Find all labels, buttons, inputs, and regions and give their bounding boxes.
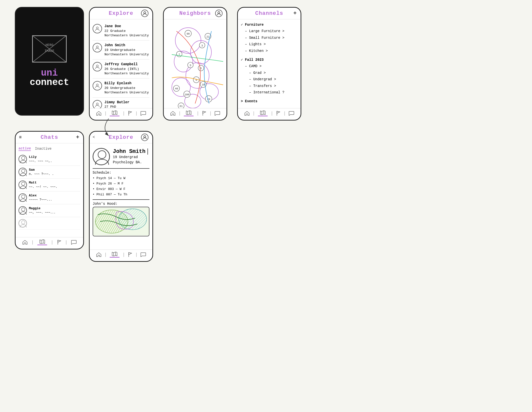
nav-home-1[interactable] [96,111,102,116]
schedule-title: Schedule: [93,171,149,175]
nav-flag-4[interactable] [57,240,61,245]
explore-list-title: Explore [109,10,133,17]
chats-tab-active[interactable]: active [19,146,31,151]
svg-text:IMAGE: IMAGE [44,49,54,53]
svg-text:5: 5 [190,64,191,67]
hero-screen: HERO IMAGE uni connect [15,7,84,116]
channel-large-furniture[interactable]: – Large Furniture > [241,28,298,34]
nav-map-3[interactable] [258,110,268,116]
channel-international[interactable]: – International ? [241,89,298,96]
chat-avatar-partial [19,219,27,227]
nav-home-4[interactable] [22,240,28,245]
hood-map-title: John's Hood: [93,202,149,206]
person-info-2: John Smith 19 Undergraduate Northeastern… [104,43,149,57]
hood-map-preview[interactable] [93,207,149,236]
person-info-3: Jeffrey Campbell 26 Graduate (INTL) Nort… [104,62,149,76]
nav-chat-5[interactable] [141,252,146,257]
person-avatar-5 [93,100,102,108]
channel-grad[interactable]: – Grad > [241,70,298,76]
chat-item-matt[interactable]: Matt ~~. ~~! ~~. ~~~. [19,179,80,191]
nav-chat-3[interactable] [289,111,294,116]
chat-avatar-sam [19,168,27,176]
hood-map-section: John's Hood: [93,202,149,236]
svg-point-56 [21,195,25,198]
nav-divider-10: | [31,240,34,245]
person-item-3[interactable]: Jeffrey Campbell 26 Graduate (INTL) Nort… [93,60,149,79]
nav-divider-4: | [178,111,181,116]
neighbors-map[interactable]: 90 21 3 7 5 5 9 40 10 20 100 61 [164,20,226,108]
menu-icon[interactable]: ≡ [19,135,22,140]
channel-events-header[interactable]: > Events [241,98,298,104]
neighbors-screen: Neighbors 90 [163,7,227,121]
svg-text:100: 100 [185,93,189,96]
channel-undergrad[interactable]: – Undergrad > [241,76,298,82]
chats-tab-inactive[interactable]: Inactive [35,147,51,151]
back-button[interactable]: < [93,135,95,140]
chats-add-button[interactable]: + [76,134,79,141]
chat-item-alex[interactable]: Alex ~~~~~ ?~~~... [19,191,80,204]
person-info-4: Billy Eyelash 20 Undergraduate Northeast… [104,81,149,95]
nav-map-active-indicator-1 [110,116,120,116]
nav-map-5[interactable] [110,252,120,258]
chat-item-partial[interactable] [19,217,80,230]
person-avatar-1 [93,24,102,33]
nav-map-1[interactable] [110,110,120,116]
chats-tabs: active Inactive [16,144,83,152]
profile-explore-title: Explore [109,134,133,141]
channel-camd[interactable]: – CAMD > [241,63,298,69]
nav-flag-2[interactable] [202,111,206,116]
chats-nav: | | | [16,237,83,249]
channel-small-furniture[interactable]: – Small Furniture > [241,35,298,41]
chat-item-sam[interactable]: Sam n. ~~~ ?~~~. . [19,166,80,179]
chat-item-maggie[interactable]: Maggie ~~, ~~~. ~~~... [19,204,80,217]
channel-kitchen[interactable]: – Kitchen > [241,48,298,54]
chat-item-lily[interactable]: Lily ~~~. ~~~ ~~,. [19,153,80,166]
nav-chat-4[interactable] [71,240,77,245]
channels-add-button[interactable]: + [293,10,297,17]
chat-avatar-maggie [19,206,27,215]
profile-person-header: John Smith 19 Undergrad Psychology BA. [93,145,149,169]
svg-text:HERO: HERO [45,43,53,47]
nav-home-2[interactable] [170,111,176,116]
channel-transfers[interactable]: – Transfers > [241,83,298,89]
explore-list-header: Explore [90,8,152,20]
chats-list: Lily ~~~. ~~~ ~~,. Sam n. ~~~ ?~~~. . Ma… [16,152,83,237]
person-avatar-3 [93,62,102,71]
chats-title: Chats [41,134,58,141]
hero-connect-text: connect [30,78,69,87]
nav-flag-5[interactable] [128,252,132,257]
nav-divider-1: | [104,111,107,116]
nav-flag-3[interactable] [276,111,281,116]
nav-flag-1[interactable] [128,111,132,116]
person-avatar-2 [93,43,102,52]
neighbors-profile-icon[interactable] [215,10,223,17]
nav-home-5[interactable] [96,252,102,257]
svg-point-55 [21,182,25,185]
nav-chat-1[interactable] [141,111,146,116]
channel-fall2023-header[interactable]: ✓ Fall 2023 [241,57,298,63]
nav-chat-2[interactable] [215,111,220,116]
channel-lights[interactable]: – Lights > [241,41,298,47]
svg-point-7 [96,65,98,67]
profile-icon[interactable] [141,10,148,17]
person-item-4[interactable]: Billy Eyelash 20 Undergraduate Northeast… [93,79,149,98]
profile-header: < Explore [90,132,152,144]
svg-point-6 [96,46,98,48]
nav-divider-15: | [135,252,138,257]
chat-avatar-matt [19,181,27,189]
svg-point-54 [21,169,25,173]
nav-home-3[interactable] [244,111,250,116]
profile-detail-icon[interactable] [141,134,148,141]
profile-detail-screen: < Explore John Smith 19 Undergrad Psycho… [89,131,153,262]
explore-list-nav: | | | [90,108,152,120]
chat-avatar-lily [19,155,27,163]
person-item-2[interactable]: John Smith 19 Undergraduate Northeastern… [93,41,149,60]
nav-map-2[interactable] [184,110,194,116]
person-item-1[interactable]: Jane Doe 22 Graduate Northeastern Univer… [93,21,149,41]
nav-divider-2: | [123,111,125,116]
nav-map-4[interactable] [37,239,47,245]
svg-point-13 [218,12,220,14]
person-info-5: Jimmy Butler 27 PhD Northeastern Univers… [104,100,149,108]
channel-furniture-header[interactable]: ✓ Furniture [241,21,298,28]
person-item-5[interactable]: Jimmy Butler 27 PhD Northeastern Univers… [93,98,149,108]
